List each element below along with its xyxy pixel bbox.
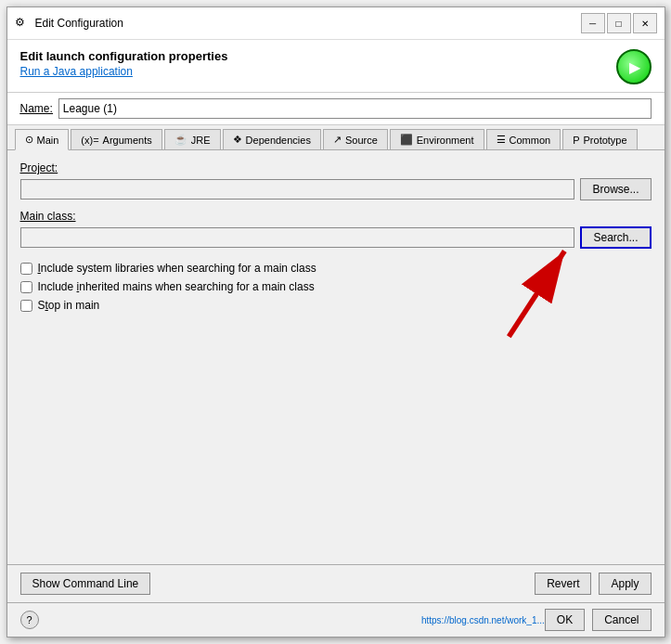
ok-button[interactable]: OK xyxy=(545,609,585,631)
prototype-tab-icon: P xyxy=(573,135,579,146)
jre-tab-icon: ☕ xyxy=(174,134,187,146)
source-tab-icon: ↗ xyxy=(333,134,342,146)
tab-common[interactable]: ☰ Common xyxy=(486,129,561,149)
run-icon[interactable] xyxy=(616,49,652,84)
tab-arguments[interactable]: (x)= Arguments xyxy=(71,129,161,149)
browse-button[interactable]: Browse... xyxy=(580,178,651,200)
main-class-input-row: Search... xyxy=(20,226,652,249)
name-input[interactable] xyxy=(58,98,652,119)
main-class-group: Main class: Search... xyxy=(20,210,652,249)
checkbox-row-3: Stop in main xyxy=(20,299,652,312)
cancel-button[interactable]: Cancel xyxy=(592,609,651,631)
tab-dependencies[interactable]: ❖ Dependencies xyxy=(223,129,321,149)
project-label: Project: xyxy=(20,161,652,174)
window-title: Edit Configuration xyxy=(35,17,123,30)
title-bar-left: ⚙ Edit Configuration xyxy=(15,16,123,31)
header-text: Edit launch configuration properties Run… xyxy=(20,49,228,78)
tab-prototype[interactable]: P Prototype xyxy=(562,129,637,149)
footer-bar: ? https://blog.csdn.net/work_1... OK Can… xyxy=(7,602,665,637)
include-inherited-mains-label: Include inherited mains when searching f… xyxy=(38,280,315,293)
name-row: Name: xyxy=(7,93,665,125)
stop-in-main-checkbox[interactable] xyxy=(20,300,32,312)
show-command-line-button[interactable]: Show Command Line xyxy=(20,573,151,595)
header-subtitle[interactable]: Run a Java application xyxy=(20,65,228,78)
help-button[interactable]: ? xyxy=(20,611,39,629)
include-system-libs-label: Include system libraries when searching … xyxy=(38,262,316,275)
include-system-libs-checkbox[interactable] xyxy=(20,263,32,275)
main-content: Project: Browse... Main class: Search...… xyxy=(7,150,665,564)
include-inherited-mains-checkbox[interactable] xyxy=(20,281,32,293)
footer-left: ? xyxy=(20,611,39,629)
title-bar: ⚙ Edit Configuration ─ □ ✕ xyxy=(7,7,665,40)
header-title: Edit launch configuration properties xyxy=(20,49,228,63)
common-tab-icon: ☰ xyxy=(497,134,506,146)
minimize-button[interactable]: ─ xyxy=(581,13,605,33)
header-section: Edit launch configuration properties Run… xyxy=(7,40,665,93)
tab-prototype-label: Prototype xyxy=(584,135,627,146)
arguments-tab-icon: (x)= xyxy=(81,135,98,146)
revert-button[interactable]: Revert xyxy=(535,573,591,595)
checkbox-group: Include system libraries when searching … xyxy=(20,262,652,312)
tab-source-label: Source xyxy=(345,135,378,146)
project-input-row: Browse... xyxy=(20,178,652,200)
tabs-bar: ⊙ Main (x)= Arguments ☕ JRE ❖ Dependenci… xyxy=(7,125,665,150)
project-input[interactable] xyxy=(20,179,575,200)
status-url: https://blog.csdn.net/work_1... xyxy=(39,615,545,625)
tab-environment-label: Environment xyxy=(417,135,474,146)
project-group: Project: Browse... xyxy=(20,161,652,200)
environment-tab-icon: ⬛ xyxy=(400,134,413,146)
checkbox-row-2: Include inherited mains when searching f… xyxy=(20,280,652,293)
dependencies-tab-icon: ❖ xyxy=(233,134,242,146)
tab-jre[interactable]: ☕ JRE xyxy=(164,129,221,149)
name-label: Name: xyxy=(20,102,53,115)
main-class-label: Main class: xyxy=(20,210,652,223)
footer-right: OK Cancel xyxy=(545,609,652,631)
tab-main[interactable]: ⊙ Main xyxy=(15,129,70,150)
main-window: ⚙ Edit Configuration ─ □ ✕ Edit launch c… xyxy=(6,6,665,638)
maximize-button[interactable]: □ xyxy=(607,13,631,33)
title-bar-controls: ─ □ ✕ xyxy=(581,13,657,33)
stop-in-main-label: Stop in main xyxy=(38,299,100,312)
search-button[interactable]: Search... xyxy=(580,226,651,249)
main-class-input[interactable] xyxy=(20,227,575,248)
tab-source[interactable]: ↗ Source xyxy=(323,129,388,149)
window-icon: ⚙ xyxy=(15,16,30,31)
main-tab-icon: ⊙ xyxy=(25,134,33,146)
checkbox-row-1: Include system libraries when searching … xyxy=(20,262,652,275)
close-button[interactable]: ✕ xyxy=(633,13,657,33)
tab-arguments-label: Arguments xyxy=(103,135,152,146)
apply-button[interactable]: Apply xyxy=(599,573,651,595)
tab-environment[interactable]: ⬛ Environment xyxy=(390,129,484,149)
tab-dependencies-label: Dependencies xyxy=(246,135,311,146)
tab-main-label: Main xyxy=(37,135,59,146)
tab-jre-label: JRE xyxy=(191,135,211,146)
bottom-bar: Show Command Line Revert Apply xyxy=(7,564,665,602)
tab-common-label: Common xyxy=(510,135,551,146)
